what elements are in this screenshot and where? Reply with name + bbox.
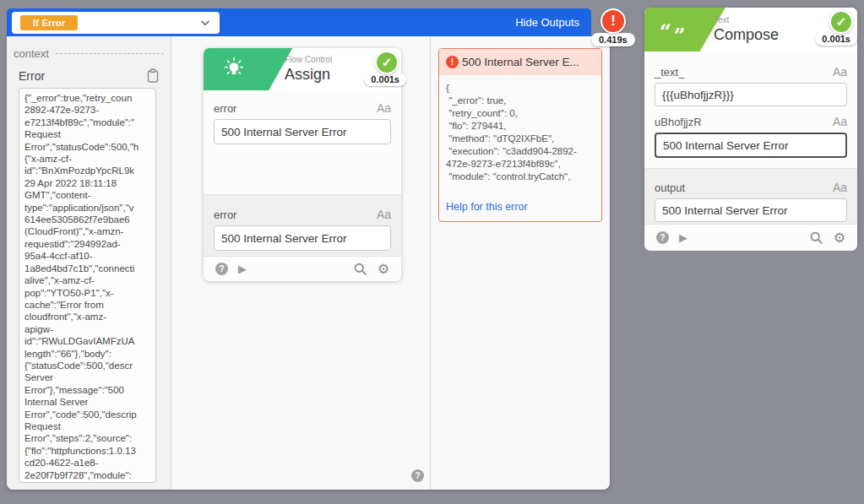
gear-icon[interactable]: ⚙ <box>378 263 389 276</box>
error-icon: ! <box>446 56 459 68</box>
compose-time-badge: 0.001s <box>815 32 857 46</box>
branch-badge: If Error <box>20 15 78 30</box>
assign-outputs-section: error Aa <box>204 194 401 256</box>
check-icon: ✓ <box>382 55 393 70</box>
compose-output-field[interactable] <box>655 198 847 222</box>
check-icon: ✓ <box>836 14 847 30</box>
field-label: output <box>655 182 685 194</box>
assign-card[interactable]: Flow Control Assign ✓ 0.001s error Aa <box>204 48 401 281</box>
assign-success-icon: ✓ <box>375 51 399 74</box>
compose-outputs-section: output Aa <box>644 168 857 224</box>
play-icon[interactable]: ▶ <box>679 231 687 244</box>
search-icon[interactable] <box>809 230 823 245</box>
compose-success-icon: ✓ <box>829 10 853 34</box>
compose-inputs-section: _text_ Aa uBhofjjzR Aa <box>644 51 857 158</box>
compose-card-footer: ? ▶ ⚙ <box>644 224 857 251</box>
compose-card[interactable]: “” Text Compose ✓ 0.001s _text_ Aa uBhof… <box>644 8 857 247</box>
field-label: error <box>214 102 236 115</box>
compose-title: Compose <box>714 26 779 44</box>
error-output-header: ! 500 Internal Server E... <box>439 49 601 75</box>
error-output-panel: ! 500 Internal Server E... { "_error": t… <box>438 48 602 222</box>
play-icon[interactable]: ▶ <box>238 263 247 275</box>
lightbulb-icon <box>222 57 246 84</box>
execution-time-badge: 0.419s <box>591 33 635 46</box>
search-icon[interactable] <box>353 262 367 276</box>
compose-text-input[interactable] <box>655 83 847 106</box>
field-label: _text_ <box>655 66 684 79</box>
field-type-label: Aa <box>377 208 391 221</box>
canvas-help-icon[interactable]: ? <box>411 469 424 482</box>
compose-category-label: Text <box>714 15 779 24</box>
field-type-label: Aa <box>833 65 847 79</box>
gear-icon[interactable]: ⚙ <box>834 231 845 245</box>
assign-card-footer: ? ▶ ⚙ <box>204 256 401 281</box>
assign-inputs-section: error Aa <box>204 90 401 194</box>
context-error-json[interactable]: {"_error":true,"retry_coun 2892-472e-927… <box>19 88 156 483</box>
execution-toolbar: If Error Hide Outputs <box>7 8 591 36</box>
field-label: error <box>214 209 236 221</box>
assign-category-label: Flow Control <box>285 55 332 64</box>
copy-icon[interactable] <box>147 68 159 83</box>
execution-error-icon[interactable]: ! <box>600 8 626 34</box>
chevron-down-icon <box>199 17 211 29</box>
field-type-label: Aa <box>833 181 847 194</box>
branch-selector-dropdown[interactable]: If Error <box>12 12 220 34</box>
field-type-label: Aa <box>377 101 391 115</box>
error-output-title: 500 Internal Server E... <box>462 56 579 68</box>
help-icon[interactable]: ? <box>215 263 228 275</box>
help-icon[interactable]: ? <box>656 231 669 244</box>
error-help-link[interactable]: Help for this error <box>439 196 601 221</box>
hide-outputs-button[interactable]: Hide Outputs <box>515 8 579 36</box>
context-item-label: Error <box>19 69 45 83</box>
error-output-json: { "_error": true, "retry_count": 0, "flo… <box>439 75 601 196</box>
assign-title: Assign <box>285 66 332 84</box>
exclamation-icon: ! <box>611 13 616 30</box>
execution-history-panel: context Error {"_error":true,"retry_coun… <box>7 36 610 490</box>
flow-canvas-column: Flow Control Assign ✓ 0.001s error Aa <box>171 36 431 490</box>
compose-variable-input[interactable] <box>655 133 847 158</box>
context-divider <box>56 53 164 54</box>
field-label: uBhofjjzR <box>655 116 702 128</box>
context-section-label: context <box>14 47 49 60</box>
quotes-icon: “” <box>660 19 688 44</box>
assign-error-output[interactable] <box>214 225 391 251</box>
output-column: ! 500 Internal Server E... { "_error": t… <box>431 36 610 490</box>
assign-error-input[interactable] <box>214 119 391 144</box>
assign-time-badge: 0.001s <box>364 73 406 86</box>
field-type-label: Aa <box>833 115 847 128</box>
context-panel: context Error {"_error":true,"retry_coun… <box>7 36 171 490</box>
